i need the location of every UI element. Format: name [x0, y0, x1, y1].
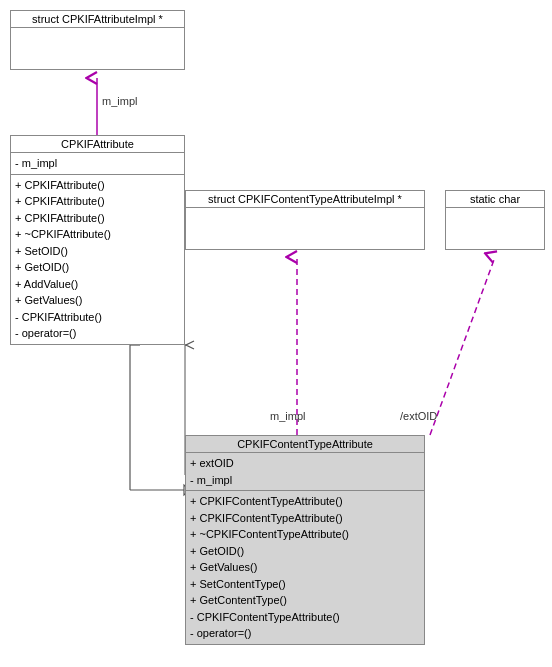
static-char-title: static char: [446, 191, 544, 208]
static-char-box: static char: [445, 190, 545, 250]
cpkif-content-type-attr-methods: + CPKIFContentTypeAttribute() + CPKIFCon…: [186, 491, 424, 644]
cpkif-content-impl-box: struct CPKIFContentTypeAttributeImpl *: [185, 190, 425, 250]
m-impl-bottom-label: m_impl: [270, 410, 305, 422]
cpkif-attr-box: CPKIFAttribute - m_impl + CPKIFAttribute…: [10, 135, 185, 345]
cpkif-attr-impl-title: struct CPKIFAttributeImpl *: [11, 11, 184, 28]
cpkif-attr-attrs: - m_impl: [11, 153, 184, 175]
svg-line-4: [430, 257, 495, 435]
cpkif-attr-impl-box: struct CPKIFAttributeImpl *: [10, 10, 185, 70]
diagram-container: CPKIFContentTypeAttributeImpl --> static…: [0, 0, 552, 667]
ext-oid-label: /extOID: [400, 410, 437, 422]
cpkif-content-type-attr-box: CPKIFContentTypeAttribute + extOID - m_i…: [185, 435, 425, 645]
cpkif-content-impl-title: struct CPKIFContentTypeAttributeImpl *: [186, 191, 424, 208]
m-impl-top-label: m_impl: [102, 95, 137, 107]
cpkif-attr-title: CPKIFAttribute: [11, 136, 184, 153]
cpkif-content-type-attr-title: CPKIFContentTypeAttribute: [186, 436, 424, 453]
cpkif-attr-methods: + CPKIFAttribute() + CPKIFAttribute() + …: [11, 175, 184, 344]
cpkif-content-type-attr-attrs: + extOID - m_impl: [186, 453, 424, 491]
